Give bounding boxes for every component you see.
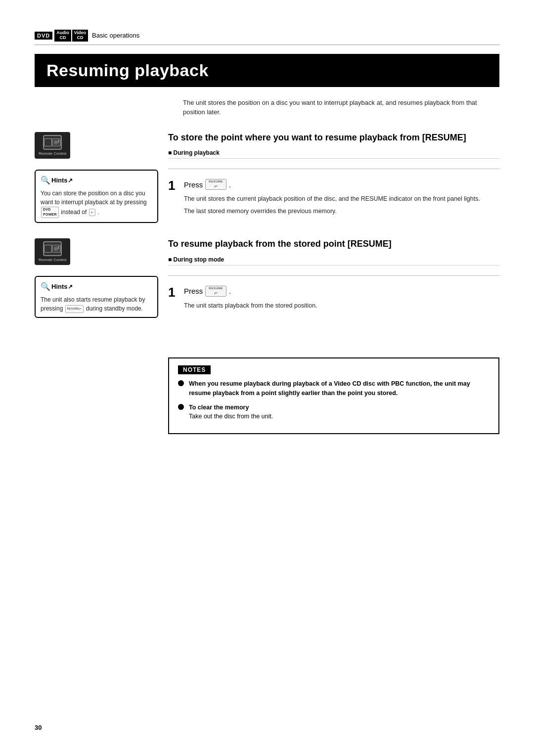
audio-cd-badge: Audio CD <box>54 30 71 42</box>
hints-box-2: 🔍 Hints ↗ The unit also starts resume pl… <box>35 276 158 318</box>
section1-step-content: Press RESUME ⌐ . The unit stores the cur… <box>184 179 499 219</box>
section1-sub-heading: During playback <box>168 149 499 159</box>
hints-icon-tail-1: ↗ <box>68 176 73 185</box>
section2-left: Remote Control 🔍 Hints ↗ The unit also s… <box>35 238 168 318</box>
notes-header: NOTES <box>178 365 211 374</box>
page-title: Resuming playback <box>46 61 488 80</box>
section1-step-number: 1 <box>168 179 179 192</box>
video-cd-badge: Video CD <box>72 30 88 42</box>
resume-btn-inline-hints2: RESUME ⌐ <box>65 305 84 313</box>
section1-left: Remote Control 🔍 Hints ↗ You can store t… <box>35 132 168 223</box>
section2-press-text: Press <box>184 287 203 295</box>
notes-item-2: To clear the memory Take out the disc fr… <box>178 403 490 422</box>
notes-bullet-1 <box>178 380 184 386</box>
section2-step-desc: The unit starts playback from the stored… <box>184 301 499 311</box>
hints-text-2: The unit also starts resume playback by … <box>41 295 152 313</box>
remote-icon-2 <box>43 241 62 256</box>
remote-icon-1 <box>43 135 62 150</box>
notes-item-1: When you resume playback during playback… <box>178 379 490 398</box>
notes-bullet-2 <box>178 404 184 410</box>
notes-box: NOTES When you resume playback during pl… <box>168 357 499 434</box>
section2-step-number: 1 <box>168 286 179 299</box>
section1-step: 1 Press RESUME ⌐ . The unit stores the c… <box>168 179 499 219</box>
page-number: 30 <box>35 724 42 731</box>
section2-step-action: Press RESUME ⌐ . <box>184 286 499 297</box>
remote-control-badge-1: Remote Control <box>35 132 158 164</box>
header-bar: DVD Audio CD Video CD Basic operations <box>35 30 499 45</box>
remote-label-2: Remote Control <box>39 258 66 262</box>
notes-title-2: To clear the memory <box>189 404 249 411</box>
remote-control-badge-2: Remote Control <box>35 238 158 270</box>
section1-heading: To store the point where you want to res… <box>168 132 499 143</box>
section-label: Basic operations <box>92 32 139 39</box>
hints-box-1: 🔍 Hints ↗ You can store the position on … <box>35 170 158 223</box>
power-btn-inline: DVDPOWER <box>41 207 59 218</box>
notes-body-2: Take out the disc from the unit. <box>189 413 273 420</box>
hints-icon-1: 🔍 <box>41 175 50 186</box>
resume-button-1: RESUME ⌐ <box>205 179 226 190</box>
title-block: Resuming playback <box>35 54 499 87</box>
hints-header-2: 🔍 Hints ↗ <box>41 281 152 293</box>
section2-step: 1 Press RESUME ⌐ . The unit starts playb… <box>168 286 499 313</box>
section1-step-desc1: The unit stores the current playback pos… <box>184 194 499 204</box>
hints-text-1: You can store the position on a disc you… <box>41 189 152 218</box>
section2-right: To resume playback from the stored point… <box>168 238 499 318</box>
section1-step-action: Press RESUME ⌐ . <box>184 179 499 190</box>
section2-heading: To resume playback from the stored point… <box>168 238 499 250</box>
dvd-badge: DVD <box>35 32 52 40</box>
resume-btn-inline-hints: ⌐ <box>89 209 95 217</box>
hints-icon-2: 🔍 <box>41 281 50 293</box>
section2-step-content: Press RESUME ⌐ . The unit starts playbac… <box>184 286 499 313</box>
hints-icon-tail-2: ↗ <box>68 282 73 291</box>
hints-header-1: 🔍 Hints ↗ <box>41 175 152 186</box>
notes-text-2: To clear the memory Take out the disc fr… <box>189 403 490 422</box>
section1: Remote Control 🔍 Hints ↗ You can store t… <box>35 132 499 223</box>
section2: Remote Control 🔍 Hints ↗ The unit also s… <box>35 238 499 318</box>
resume-button-2: RESUME ⌐ <box>205 286 226 297</box>
section2-sub-heading: During stop mode <box>168 256 499 266</box>
intro-text: The unit stores the position on a disc y… <box>183 98 499 117</box>
section1-press-text: Press <box>184 180 203 189</box>
remote-label-1: Remote Control <box>39 151 66 156</box>
section1-step-desc2: The last stored memory overrides the pre… <box>184 206 499 216</box>
section1-right: To store the point where you want to res… <box>168 132 499 223</box>
notes-text-1: When you resume playback during playback… <box>189 379 490 398</box>
